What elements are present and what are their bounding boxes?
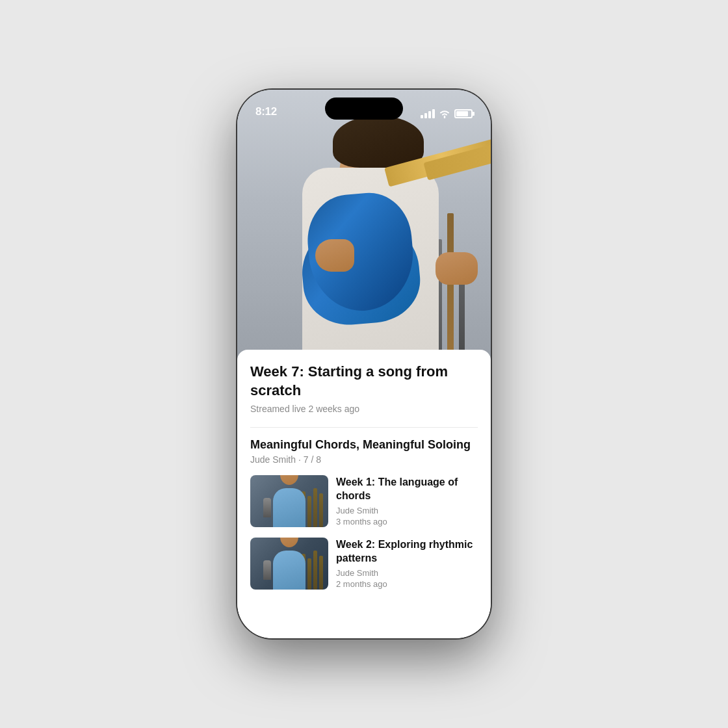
hero-video[interactable] bbox=[237, 90, 491, 363]
playlist-item-title-1: Week 1: The language of chords bbox=[336, 476, 478, 503]
thumb-guitar-2-2 bbox=[307, 558, 311, 590]
person-figure bbox=[289, 116, 452, 363]
thumb-head-2 bbox=[280, 538, 298, 547]
divider bbox=[250, 427, 478, 428]
guitar bbox=[289, 168, 465, 311]
thumb-guitar-2 bbox=[307, 496, 311, 527]
thumb-mic-1 bbox=[263, 498, 271, 517]
status-time: 8:12 bbox=[255, 105, 277, 118]
video-subtitle: Streamed live 2 weeks ago bbox=[250, 404, 478, 414]
phone-screen: 8:12 bbox=[237, 90, 491, 638]
playlist-item-author-1: Jude Smith bbox=[336, 506, 478, 515]
thumb-body-1 bbox=[273, 488, 306, 527]
hand-right bbox=[436, 252, 478, 285]
person-hair bbox=[333, 116, 424, 168]
playlist-item-author-2: Jude Smith bbox=[336, 568, 478, 578]
thumb-guitar-3 bbox=[313, 488, 317, 527]
hand-left bbox=[315, 239, 354, 272]
playlist-item-2[interactable]: Week 2: Exploring rhythmic patterns Jude… bbox=[250, 538, 478, 590]
status-icons bbox=[421, 109, 473, 118]
bar1 bbox=[421, 115, 423, 118]
wifi-icon bbox=[439, 109, 450, 118]
playlist-thumb-1 bbox=[250, 475, 328, 527]
playlist-info-2: Week 2: Exploring rhythmic patterns Jude… bbox=[336, 538, 478, 590]
content-panel[interactable]: Week 7: Starting a song from scratch Str… bbox=[237, 350, 491, 638]
phone-device: 8:12 bbox=[237, 90, 491, 638]
battery-icon bbox=[454, 109, 473, 118]
bar2 bbox=[424, 113, 427, 118]
playlist-item[interactable]: Week 1: The language of chords Jude Smit… bbox=[250, 475, 478, 527]
video-title: Week 7: Starting a song from scratch bbox=[250, 363, 478, 400]
bar4 bbox=[432, 109, 435, 118]
thumb-guitar-2-4 bbox=[319, 556, 323, 590]
battery-fill bbox=[456, 111, 468, 116]
series-meta: Jude Smith · 7 / 8 bbox=[250, 454, 478, 465]
thumb-mic-2 bbox=[263, 560, 271, 580]
bar3 bbox=[428, 111, 431, 118]
thumb-guitar-2-3 bbox=[313, 551, 317, 590]
thumb-person-2 bbox=[273, 538, 306, 590]
thumb-body-2 bbox=[273, 551, 306, 590]
thumb-head-1 bbox=[280, 475, 298, 485]
playlist-item-title-2: Week 2: Exploring rhythmic patterns bbox=[336, 538, 478, 566]
playlist-item-date-1: 3 months ago bbox=[336, 517, 478, 526]
playlist-thumb-2 bbox=[250, 538, 328, 590]
series-title: Meaningful Chords, Meaningful Soloing bbox=[250, 438, 478, 452]
playlist-item-date-2: 2 months ago bbox=[336, 579, 478, 589]
playlist-info-1: Week 1: The language of chords Jude Smit… bbox=[336, 475, 478, 527]
signal-bars-icon bbox=[421, 109, 435, 118]
thumb-person-1 bbox=[273, 475, 306, 527]
thumb-guitar-4 bbox=[319, 493, 323, 527]
dynamic-island bbox=[325, 98, 403, 120]
